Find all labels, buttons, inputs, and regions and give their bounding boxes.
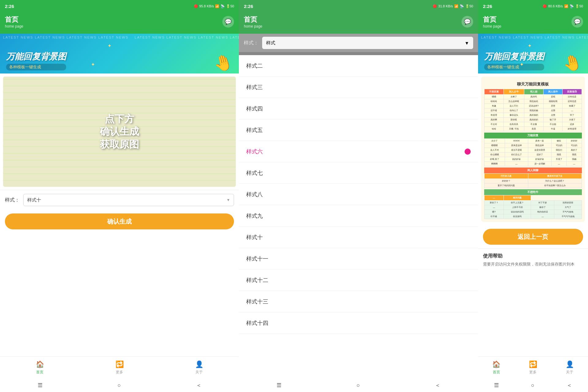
cell: 对对对 (505, 139, 528, 143)
dropdown-item-9[interactable]: 样式九 (239, 205, 478, 227)
message-icon-right[interactable]: 💬 (571, 16, 583, 28)
chat-icon-right: 💬 (574, 18, 581, 25)
message-icon-left[interactable]: 💬 (222, 16, 234, 28)
table-row: 好好好？ 为什么？这么说吧？ (484, 179, 582, 183)
more-icon-right: 🔁 (529, 360, 537, 368)
back-btn-mid[interactable]: ＜ (435, 382, 440, 389)
signal-text: 95.8 KB/s (199, 4, 214, 8)
cell: 还有也是 (563, 99, 582, 104)
cell: 说自你的话吗 (503, 210, 531, 214)
menu-btn-mid[interactable]: ☰ (277, 382, 281, 389)
nav-about-left[interactable]: 👤 关于 (195, 360, 203, 375)
dropdown-item-7[interactable]: 样式七 (239, 162, 478, 184)
cell: 真的吗 (524, 95, 543, 99)
status-icons-mid: 🔴 31.8 KB/s 📶 📡 🔋50 (433, 4, 473, 8)
table-row: 好哦 真了 说的好诶 好诶好诶 升境了 我确 (484, 157, 582, 162)
cell: 我觉的她 (524, 108, 543, 113)
sparkle-3: ✦ (528, 43, 532, 49)
home-btn-left[interactable]: ○ (118, 382, 121, 389)
style-selector-row: 样式： 样式十 ▼ (0, 190, 239, 210)
home-label-left: 首页 (36, 370, 43, 375)
dropdown-item-11[interactable]: 样式十一 (239, 248, 478, 270)
col-ignore: 不想回复 (484, 89, 503, 95)
cell: — (484, 205, 503, 210)
cell: 要开了有的回问题 (484, 183, 528, 188)
menu-btn-left[interactable]: ☰ (38, 382, 43, 389)
cell: 学了 (563, 113, 582, 118)
cell: 真的的的 (524, 118, 543, 122)
cell: 不太懂 (524, 122, 543, 127)
dropdown-item-8[interactable]: 样式八 (239, 184, 478, 205)
cell: 还说这样? (524, 104, 543, 108)
back-btn-right[interactable]: ＜ (567, 382, 572, 389)
cell: 不太对 (484, 122, 503, 127)
dropdown-item-5[interactable]: 样式五 (239, 119, 478, 141)
cell: 嗯嗯 (484, 95, 503, 99)
overlay-line1: 点下方 (100, 113, 139, 126)
confirm-button[interactable]: 确认生成 (5, 213, 234, 229)
back-button[interactable]: 返回上一页 (483, 229, 583, 245)
cell: 算你了？ (484, 201, 503, 205)
cell: 道法不是呢 (505, 148, 528, 153)
cell: 点赞 (543, 113, 563, 118)
message-icon-mid[interactable]: 💬 (462, 16, 473, 28)
table-row: 嗯? 说自你的话吗 有的你的话 不气气他地 (484, 210, 582, 214)
cell: — (531, 214, 554, 219)
cell: 你不上主题？ (503, 201, 531, 205)
more-icon-left: 🔁 (115, 360, 124, 368)
dropdown-item-6[interactable]: 样式六 (239, 141, 478, 162)
cell: 你内心了 (503, 108, 524, 113)
app-title-right: 首页 (483, 15, 501, 24)
hand-icon-left: 🤚 (212, 52, 235, 74)
preview-overlay-text: 点下方 确认生成 获取原图 (100, 113, 139, 151)
home-btn-right[interactable]: ○ (531, 382, 534, 389)
app-header-mid: 首页 home page 💬 (239, 12, 478, 34)
dropdown-label-3: 样式三 (246, 84, 263, 91)
time-right: 2:26 (483, 4, 492, 9)
table-row: 哈哈哈 怎么这样呢 我也如此 就能给我 还有也是 (484, 99, 582, 104)
nav-more-left[interactable]: 🔁 更多 (115, 360, 124, 375)
dropdown-item-4[interactable]: 样式四 (239, 98, 478, 119)
banner-left: LATEST NEWS LATEST NEWS LATEST NEWS LATE… (0, 34, 239, 74)
cell: 你具具具 (503, 122, 524, 127)
home-btn-mid[interactable]: ○ (356, 382, 360, 389)
cell: 偷你了 (531, 205, 554, 210)
dropdown-item-13[interactable]: 样式十三 (239, 291, 478, 312)
nav-home-right[interactable]: 🏠 首页 (492, 360, 500, 375)
left-phone-panel: 2:26 🔴 95.8 KB/s 📶 📡 🔋50 首页 home page 💬 … (0, 0, 239, 392)
nav-about-right[interactable]: 👤 关于 (566, 360, 574, 375)
cell: 好诶好诶 (528, 157, 551, 162)
nav-home-left[interactable]: 🏠 首页 (36, 360, 44, 375)
wifi-icon: 📡 (221, 4, 225, 8)
back-btn-left[interactable]: ＜ (196, 382, 202, 389)
menu-btn-right[interactable]: ☰ (494, 382, 499, 389)
reply-table-2: 太分了 对对对 真有一直 确实 好好好 嗯嗯嗯 原来是这样 我也这样 可以的 (484, 138, 582, 166)
overlay-line3: 获取原图 (100, 138, 139, 151)
data-icon-mid: 📶 (454, 4, 458, 8)
subtable-container: 万能回复 太分了 对对对 真有一直 确实 好好好 嗯嗯嗯 (484, 133, 582, 166)
cell: 可以的 (551, 143, 567, 148)
signal-text-right: 80.6 KB/s (548, 4, 563, 8)
cell: 收藏了 (563, 104, 582, 108)
table-row: — 上班不干的 偷你了 大气了 (484, 205, 582, 210)
status-bar-mid: 2:26 🔴 31.8 KB/s 📶 📡 🔋50 (239, 0, 478, 12)
dropdown-item-12[interactable]: 样式十二 (239, 270, 478, 291)
nav-more-right[interactable]: 🔁 更多 (529, 360, 537, 375)
dropdown-item-10[interactable]: 样式十 (239, 227, 478, 248)
table-row: 嗯嗯 太棒了 真的吗 是呢 没有也是 (484, 95, 582, 99)
style-dropdown[interactable]: 样式十 ▼ (23, 194, 234, 206)
dropdown-item-3[interactable]: 样式三 (239, 77, 478, 98)
dropdown-item-14[interactable]: 样式十四 (239, 312, 478, 334)
table-preview-container: 聊天万能回复模板 不想回复 别人占牛 明人前 闲人炫牛 回复指导 嗯嗯 (481, 77, 585, 222)
battery-icon-right: 🔋50 (575, 4, 583, 8)
th: 行打好几道 (484, 174, 528, 179)
status-bar-left: 2:26 🔴 95.8 KB/s 📶 📡 🔋50 (0, 0, 239, 12)
cell: 好哦 真了 (484, 157, 505, 162)
style-dropdown-dim[interactable]: 样式 ▼ (262, 37, 473, 49)
dropdown-label-4: 样式四 (246, 105, 263, 112)
cell: 我慌 (551, 153, 567, 157)
dropdown-item-2[interactable]: 样式二 (239, 55, 478, 77)
chat-icon: 💬 (225, 18, 232, 25)
sys-nav-right: ☰ ○ ＜ (478, 379, 588, 392)
home-label-right: 首页 (493, 370, 500, 375)
